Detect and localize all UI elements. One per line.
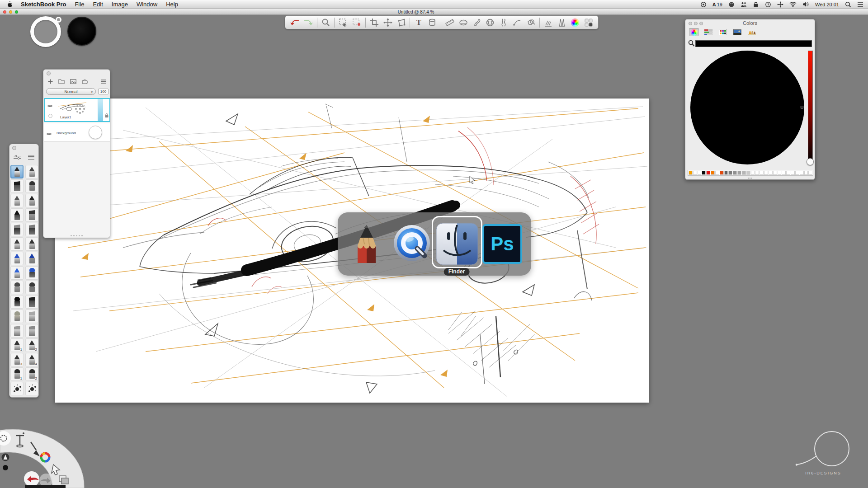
layers-menu-button[interactable] xyxy=(101,80,106,84)
brush-cell[interactable] xyxy=(10,194,24,207)
brush-cell[interactable]: 4 xyxy=(25,353,38,366)
color-swatch[interactable] xyxy=(760,171,764,175)
current-color-bar[interactable] xyxy=(695,40,812,47)
undo-button[interactable] xyxy=(288,17,301,28)
layer1-select-radio[interactable] xyxy=(48,114,52,118)
color-swatch[interactable] xyxy=(724,171,728,175)
transform-tool-button[interactable] xyxy=(395,17,408,28)
brush-cell[interactable]: 1 xyxy=(10,338,24,352)
brightness-slider[interactable] xyxy=(808,51,813,164)
menu-help[interactable]: Help xyxy=(166,1,178,8)
color-swatch[interactable] xyxy=(778,171,782,175)
layers-resize-handle[interactable] xyxy=(71,235,84,236)
color-swatch[interactable] xyxy=(711,171,715,175)
lagoon-color-dot[interactable] xyxy=(3,465,8,470)
text-tool-button[interactable]: T xyxy=(412,17,425,28)
layer1-visibility-toggle[interactable] xyxy=(47,102,53,110)
color-wheel-tab[interactable] xyxy=(689,28,699,36)
brush-cell[interactable] xyxy=(10,208,24,222)
color-swatch[interactable] xyxy=(689,171,693,175)
color-swatch[interactable] xyxy=(746,171,750,175)
app-quicktime[interactable] xyxy=(390,222,434,266)
record-status-icon[interactable] xyxy=(700,1,707,8)
spotlight-icon[interactable] xyxy=(845,1,851,8)
brush-settings-button[interactable] xyxy=(14,154,21,162)
layers-close-button[interactable] xyxy=(47,71,51,75)
crop-tool-button[interactable] xyxy=(368,17,381,28)
brush-cell[interactable] xyxy=(10,281,24,294)
brush-cell[interactable] xyxy=(25,281,38,294)
color-swatch[interactable] xyxy=(800,171,804,175)
volume-status-icon[interactable] xyxy=(802,1,809,7)
colors-resize-handle[interactable] xyxy=(748,178,752,179)
image-palettes-tab[interactable] xyxy=(732,28,742,36)
brush-cell[interactable] xyxy=(10,295,24,309)
brush-cell[interactable] xyxy=(25,324,38,338)
menu-window[interactable]: Window xyxy=(137,1,157,8)
notification-center-icon[interactable] xyxy=(857,2,863,7)
layer1-lock-icon[interactable] xyxy=(104,112,109,120)
layer-opacity-field[interactable]: 100 xyxy=(98,89,108,94)
deselect-tool-button[interactable] xyxy=(350,17,363,28)
color-swatch[interactable] xyxy=(698,171,702,175)
layer-sheet-button[interactable] xyxy=(82,79,88,84)
color-swatch[interactable] xyxy=(728,171,732,175)
brush-cell[interactable] xyxy=(10,237,24,251)
color-swatch[interactable] xyxy=(706,171,710,175)
menu-app-name[interactable]: SketchBook Pro xyxy=(21,1,66,8)
eyedropper-loupe-icon[interactable] xyxy=(688,40,695,49)
brush-cell[interactable] xyxy=(25,194,38,207)
lagoon-brush-preview[interactable] xyxy=(2,454,9,461)
add-layer-button[interactable] xyxy=(48,79,53,84)
brush-cell[interactable] xyxy=(10,165,24,178)
move-tool-button[interactable] xyxy=(382,17,394,28)
color-swatch[interactable] xyxy=(733,171,737,175)
brush-cell[interactable] xyxy=(10,266,24,280)
color-swatch[interactable] xyxy=(791,171,795,175)
redo-button[interactable] xyxy=(302,17,315,28)
brush-cell[interactable] xyxy=(10,382,24,395)
line-tool-button[interactable] xyxy=(511,17,524,28)
brush-cell[interactable] xyxy=(10,324,24,338)
layer-folder-button[interactable] xyxy=(58,79,65,84)
color-swatch[interactable] xyxy=(702,171,706,175)
layer-row-background[interactable]: Background xyxy=(44,123,110,142)
brush-cell[interactable]: 1 xyxy=(10,367,24,381)
layer1-opacity-strip[interactable] xyxy=(98,99,103,121)
color-swatch[interactable] xyxy=(751,171,755,175)
background-color-thumbnail[interactable] xyxy=(89,126,102,139)
zoom-tool-button[interactable] xyxy=(320,17,332,28)
apple-menu[interactable] xyxy=(6,1,12,8)
sphere-status-icon[interactable] xyxy=(728,1,735,8)
brush-cell[interactable] xyxy=(25,310,38,323)
color-swatch[interactable] xyxy=(773,171,777,175)
clock-status-icon[interactable] xyxy=(765,1,771,8)
brush-editor-button[interactable] xyxy=(542,17,555,28)
accessibility-status-icon[interactable] xyxy=(777,1,783,8)
import-image-button[interactable] xyxy=(70,79,76,84)
color-puck[interactable] xyxy=(67,17,96,46)
layer-row-1[interactable]: Layer1 xyxy=(44,98,110,122)
brush-cell[interactable] xyxy=(25,179,38,193)
menu-edit[interactable]: Edit xyxy=(93,1,103,8)
color-swatch[interactable] xyxy=(693,171,697,175)
brush-cell[interactable] xyxy=(25,295,38,309)
color-swatch[interactable] xyxy=(737,171,741,175)
color-wheel[interactable] xyxy=(690,51,804,164)
ellipse-guide-button[interactable] xyxy=(457,17,470,28)
app-sketchbook[interactable] xyxy=(345,222,388,266)
menu-file[interactable]: File xyxy=(75,1,84,8)
brush-puck[interactable] xyxy=(30,16,61,47)
menubar-clock[interactable]: Wed 20:01 xyxy=(815,2,839,7)
brush-cell[interactable] xyxy=(25,223,38,236)
brush-cell[interactable] xyxy=(10,310,24,323)
ruler-tool-button[interactable] xyxy=(443,17,456,28)
lock-status-icon[interactable] xyxy=(753,1,759,8)
color-swatch[interactable] xyxy=(786,171,790,175)
blend-mode-dropdown[interactable]: Normal ▾ xyxy=(46,88,96,95)
lagoon-undo-button[interactable] xyxy=(24,471,39,487)
brush-cell[interactable] xyxy=(25,382,38,395)
brush-cell[interactable]: 2 xyxy=(25,367,38,381)
color-palettes-tab[interactable] xyxy=(718,28,728,36)
color-swatch[interactable] xyxy=(808,171,812,175)
